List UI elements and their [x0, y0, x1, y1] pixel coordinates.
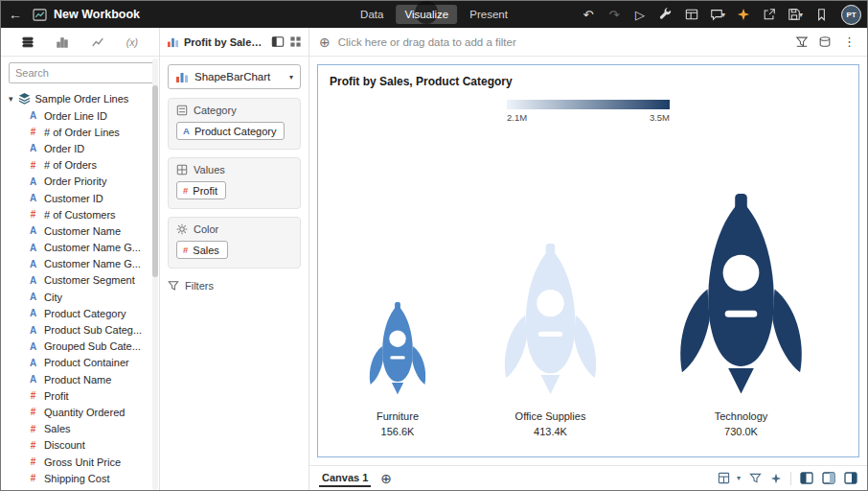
grammar-panel: Profit by Sales, Pro... ShapeBarChart ▾ … — [160, 28, 309, 490]
tab-data[interactable]: Data — [352, 5, 392, 24]
field-row[interactable]: AOrder ID — [1, 140, 159, 156]
rocket-bar[interactable]: Office Supplies413.4K — [497, 244, 604, 437]
share-button[interactable] — [758, 4, 781, 25]
canvas-filter-icon[interactable] — [749, 473, 762, 484]
section-label: Values — [194, 164, 225, 175]
field-row[interactable]: AProduct Sub Categ... — [1, 321, 159, 338]
trend-line-icon — [91, 35, 104, 49]
tab-calculations[interactable]: (x) — [120, 31, 145, 54]
field-row[interactable]: #Quantity Ordered — [1, 404, 159, 420]
field-label: Product Category — [44, 308, 126, 319]
viz-mini-icon — [167, 36, 179, 48]
topbar: ← New Workbook Data Visualize Present ↶ … — [1, 1, 867, 28]
field-row[interactable]: ## of Order Lines — [1, 124, 159, 140]
attribute-icon: A — [28, 193, 38, 203]
filter-bar-actions: ⋮ — [795, 35, 857, 49]
section-filters[interactable]: Filters — [168, 280, 301, 292]
tools-button[interactable] — [654, 4, 677, 25]
field-row[interactable]: AProduct Container — [1, 355, 159, 371]
section-label: Color — [194, 223, 218, 235]
attribute-icon: A — [28, 374, 38, 385]
field-row[interactable]: ACustomer ID — [1, 190, 159, 206]
field-label: Customer Name G... — [44, 258, 141, 269]
field-label: # of Order Lines — [44, 127, 120, 138]
attribute-icon: A — [28, 243, 38, 253]
kebab-menu-icon[interactable]: ⋮ — [841, 35, 857, 49]
tab-analytics[interactable] — [85, 31, 110, 54]
field-row[interactable]: #Discount — [1, 437, 159, 454]
bookmark-button[interactable] — [810, 4, 833, 25]
chip-label: Profit — [193, 185, 217, 197]
color-legend: 2.1M 3.5M — [507, 100, 670, 123]
visualization[interactable]: Profit by Sales, Product Category 2.1M 3… — [317, 64, 859, 457]
scrollbar-thumb[interactable] — [152, 85, 158, 277]
rocket-bar[interactable]: Furniture156.6K — [365, 302, 430, 437]
field-row[interactable]: ACustomer Segment — [1, 272, 159, 289]
filter-bar[interactable]: ⊕ Click here or drag data to add a filte… — [309, 28, 867, 57]
field-label: Sales — [44, 423, 71, 434]
export-data-button[interactable] — [680, 4, 703, 25]
chip-sales[interactable]: # Sales — [176, 241, 228, 259]
tab-present[interactable]: Present — [461, 5, 516, 24]
field-row[interactable]: #Gross Unit Price — [1, 454, 159, 470]
field-row[interactable]: AGrouped Sub Cate... — [1, 339, 159, 355]
comment-button[interactable]: ▾ — [706, 4, 729, 25]
layout-right-panel-icon[interactable] — [844, 472, 857, 484]
data-panel-tabs: (x) — [1, 28, 159, 57]
field-row[interactable]: AOrder Line ID — [1, 107, 159, 124]
field-label: Customer Segment — [44, 274, 135, 286]
marks-panel-button[interactable] — [271, 35, 285, 48]
canvas-grid-caret-icon[interactable]: ▾ — [737, 474, 741, 482]
field-row[interactable]: ACustomer Name G... — [1, 240, 159, 256]
field-list: AOrder Line ID## of Order LinesAOrder ID… — [1, 107, 159, 490]
canvas-grid-icon[interactable] — [718, 472, 730, 484]
field-row[interactable]: ACity — [1, 289, 159, 305]
tab-visualizations[interactable] — [50, 31, 75, 54]
field-row[interactable]: #Profit — [1, 387, 159, 404]
layout-left-panel-icon[interactable] — [800, 472, 813, 484]
chip-product-category[interactable]: A Product Category — [176, 122, 285, 140]
user-avatar[interactable]: PT — [841, 5, 861, 25]
field-row[interactable]: #Shipping Cost — [1, 470, 159, 486]
chart-type-caret-icon: ▾ — [289, 73, 293, 82]
field-row[interactable]: ACustomer Name — [1, 222, 159, 239]
section-color: Color # Sales — [168, 217, 301, 269]
run-button[interactable]: ▷ — [628, 4, 651, 25]
rocket-bar[interactable]: Technology730.0K — [671, 194, 811, 437]
value-label: 730.0K — [724, 426, 758, 437]
field-row[interactable]: AOrder Priority — [1, 174, 159, 190]
grid-view-button[interactable] — [289, 35, 302, 48]
measure-icon: # — [28, 390, 38, 401]
attribute-icon: A — [28, 259, 38, 269]
chart-type-dropdown[interactable]: ShapeBarChart ▾ — [168, 64, 301, 89]
field-row[interactable]: #Sales — [1, 421, 159, 437]
field-row[interactable]: ## of Customers — [1, 206, 159, 222]
undo-button[interactable]: ↶ — [577, 4, 600, 25]
auto-insights-icon[interactable] — [770, 473, 782, 484]
save-button[interactable]: ▾ — [784, 4, 807, 25]
data-panel-scrollbar[interactable] — [152, 58, 158, 490]
chip-profit[interactable]: # Profit — [176, 181, 226, 199]
field-row[interactable]: AProduct Name — [1, 371, 159, 387]
field-row[interactable]: AProduct Category — [1, 305, 159, 321]
sparkle-icon — [737, 8, 750, 21]
attribute-icon: A — [28, 225, 38, 236]
back-button[interactable]: ← — [1, 4, 30, 25]
field-row[interactable]: ## of Orders — [1, 157, 159, 174]
filter-options-icon[interactable] — [795, 35, 809, 48]
dataset-header[interactable]: ▾ Sample Order Lines — [1, 90, 159, 107]
field-row[interactable]: ACustomer Name G... — [1, 256, 159, 272]
field-row[interactable]: AShip Mode — [1, 486, 159, 490]
add-canvas-icon[interactable]: ⊕ — [380, 471, 392, 486]
tab-data-elements[interactable] — [15, 31, 40, 54]
redo-button[interactable]: ↷ — [603, 4, 626, 25]
run-icon: ▷ — [635, 8, 645, 22]
layout-split-panel-icon[interactable] — [822, 472, 835, 484]
tab-visualize[interactable]: Visualize — [396, 5, 457, 24]
category-label: Furniture — [377, 410, 419, 422]
data-settings-icon[interactable] — [818, 35, 832, 48]
insights-button[interactable] — [732, 4, 755, 25]
search-input[interactable] — [9, 62, 158, 83]
canvas-tab[interactable]: Canvas 1 — [319, 469, 371, 487]
share-icon — [763, 8, 776, 21]
